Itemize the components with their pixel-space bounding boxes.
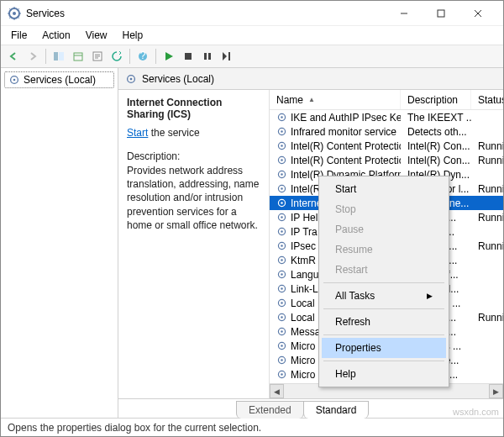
service-name: IP Tra <box>291 226 318 238</box>
tree-pane: Services (Local) <box>1 68 118 418</box>
svg-rect-15 <box>228 52 230 61</box>
svg-rect-8 <box>74 53 82 61</box>
context-menu-item[interactable]: All Tasks▶ <box>322 286 446 306</box>
gear-icon <box>276 312 287 323</box>
gear-icon <box>276 340 287 351</box>
menu-item-label: Stop <box>335 203 356 215</box>
description-text: Provides network address translation, ad… <box>127 164 260 232</box>
table-row[interactable]: Intel(R) Content Protection ...Intel(R) … <box>270 139 503 153</box>
svg-point-57 <box>281 373 282 375</box>
svg-point-23 <box>281 130 282 132</box>
menu-item-label: Help <box>335 368 356 380</box>
refresh-button[interactable] <box>108 47 126 66</box>
restart-service-button[interactable] <box>218 47 236 66</box>
scroll-right-button[interactable]: ▶ <box>489 384 503 398</box>
service-description: The IKEEXT ... <box>407 112 471 124</box>
table-row[interactable]: Infrared monitor serviceDetects oth... <box>270 124 503 139</box>
svg-rect-7 <box>59 52 64 61</box>
submenu-arrow-icon: ▶ <box>427 292 433 300</box>
context-menu-item[interactable]: Help <box>322 364 446 384</box>
pause-service-button[interactable] <box>198 47 217 66</box>
tab-standard[interactable]: Standard <box>303 401 370 419</box>
svg-point-27 <box>281 159 282 161</box>
menu-view[interactable]: View <box>79 28 114 43</box>
export-button[interactable] <box>69 47 87 66</box>
statusbar-text: Opens the properties dialog box for the … <box>8 422 261 434</box>
gear-icon <box>276 283 287 294</box>
svg-rect-3 <box>438 10 444 17</box>
menu-help[interactable]: Help <box>116 28 150 43</box>
column-header-name[interactable]: Name▲ <box>270 90 401 109</box>
tree-root-item[interactable]: Services (Local) <box>4 71 114 88</box>
svg-point-53 <box>281 345 282 346</box>
table-row[interactable]: Intel(R) Content Protection ...Intel(R) … <box>270 153 503 167</box>
start-after-text: the service <box>148 127 199 139</box>
minimize-button[interactable] <box>386 2 423 25</box>
back-button[interactable] <box>4 47 23 66</box>
gear-icon <box>125 73 137 85</box>
menu-file[interactable]: File <box>4 28 34 43</box>
svg-point-19 <box>130 77 133 80</box>
services-app-icon <box>8 7 21 20</box>
help-button[interactable]: ? <box>134 47 152 66</box>
show-hide-tree-button[interactable] <box>50 47 68 66</box>
svg-point-41 <box>281 259 282 261</box>
gear-icon <box>276 112 287 123</box>
column-header-status[interactable]: Status <box>471 90 504 109</box>
service-description: Detects oth... <box>407 126 467 138</box>
svg-text:?: ? <box>140 50 146 61</box>
svg-point-47 <box>281 302 282 303</box>
service-name: Micro <box>291 355 315 366</box>
menu-action[interactable]: Action <box>35 28 76 43</box>
toolbar: ? <box>1 45 503 68</box>
titlebar: Services <box>1 1 503 26</box>
service-name: Local <box>291 297 315 309</box>
statusbar: Opens the properties dialog box for the … <box>1 418 503 436</box>
menu-item-label: Resume <box>335 244 373 255</box>
context-menu-item[interactable]: Properties <box>322 338 446 358</box>
tab-extended[interactable]: Extended <box>236 401 304 419</box>
service-name: Micro <box>291 340 315 352</box>
context-menu-item[interactable]: Refresh <box>322 312 446 332</box>
svg-point-49 <box>281 316 282 318</box>
service-name: Messa <box>291 326 320 338</box>
start-service-link[interactable]: Start <box>127 127 148 139</box>
maximize-button[interactable] <box>423 2 459 25</box>
menubar: File Action View Help <box>1 26 503 45</box>
window-title: Services <box>26 8 386 19</box>
service-status: Running <box>478 183 503 195</box>
column-header-description[interactable]: Description <box>401 90 471 109</box>
context-menu-item[interactable]: Start <box>322 179 446 199</box>
svg-point-21 <box>281 116 282 118</box>
stop-service-button[interactable] <box>179 47 197 66</box>
svg-point-17 <box>13 79 16 82</box>
properties-button[interactable] <box>88 47 107 66</box>
gear-icon <box>276 269 287 280</box>
scroll-left-button[interactable]: ◀ <box>270 384 284 398</box>
svg-point-31 <box>281 187 282 189</box>
svg-rect-13 <box>204 53 207 60</box>
tree-root-label: Services (Local) <box>24 74 96 86</box>
gear-icon <box>276 183 287 194</box>
service-status: Running <box>478 155 503 166</box>
gear-icon <box>8 74 20 86</box>
service-name: IPsec <box>291 240 316 252</box>
forward-button[interactable] <box>24 47 42 66</box>
gear-icon <box>276 369 287 380</box>
context-menu: StartStopPauseResumeRestartAll Tasks▶Ref… <box>318 176 449 387</box>
service-name: Local <box>291 312 315 324</box>
start-service-button[interactable] <box>160 47 178 66</box>
gear-icon <box>276 240 287 251</box>
sort-asc-icon: ▲ <box>308 96 315 103</box>
close-button[interactable] <box>459 2 496 25</box>
service-status: Running <box>478 312 503 324</box>
context-menu-item: Resume <box>322 240 446 260</box>
gear-icon <box>276 126 287 137</box>
right-header: Services (Local) <box>118 68 503 90</box>
service-status: Running <box>478 240 503 252</box>
service-description: Intel(R) Con... <box>407 140 470 152</box>
svg-point-33 <box>281 202 282 203</box>
gear-icon <box>276 355 287 366</box>
table-row[interactable]: IKE and AuthIP IPsec Keying...The IKEEXT… <box>270 110 503 124</box>
svg-rect-12 <box>185 53 192 60</box>
